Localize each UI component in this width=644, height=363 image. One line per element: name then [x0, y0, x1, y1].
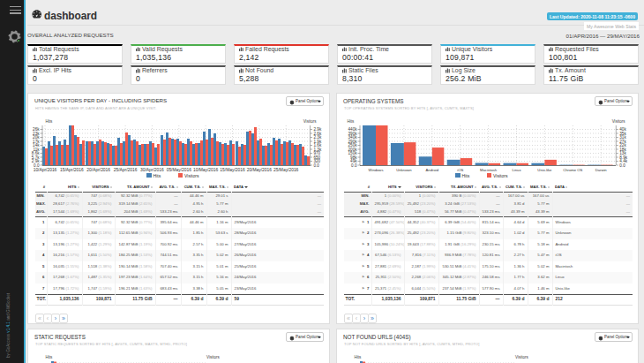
svg-text:Chrome OS: Chrome OS [563, 167, 582, 171]
svg-text:Hits: Hits [46, 118, 54, 123]
svg-text:Visitors: Visitors [612, 118, 626, 123]
svg-text:25/Apr/2016: 25/Apr/2016 [114, 167, 138, 171]
svg-text:Visitors: Visitors [303, 118, 318, 123]
svg-text:Macintosh: Macintosh [480, 167, 498, 171]
svg-text:30/Apr/2016: 30/Apr/2016 [140, 167, 164, 171]
svg-text:25/May/2016: 25/May/2016 [273, 167, 299, 171]
svg-text:15/May/2016: 15/May/2016 [220, 167, 245, 171]
svg-text:0.0: 0.0 [314, 163, 320, 167]
svg-text:Linux: Linux [512, 167, 521, 171]
svg-text:10/Apr/2016: 10/Apr/2016 [34, 167, 57, 171]
svg-text:iOS: iOS [457, 167, 463, 171]
svg-text:10/May/2016: 10/May/2016 [193, 167, 219, 171]
svg-text:20/Apr/2016: 20/Apr/2016 [86, 167, 110, 171]
svg-text:20/May/2016: 20/May/2016 [247, 167, 273, 171]
svg-text:Unix-like: Unix-like [537, 167, 552, 171]
svg-text:05/May/2016: 05/May/2016 [167, 167, 192, 171]
svg-text:Darwin: Darwin [595, 167, 608, 171]
svg-text:Hits: Hits [348, 118, 356, 123]
svg-text:0.0: 0.0 [351, 163, 357, 167]
svg-text:0.0: 0.0 [619, 163, 625, 167]
svg-text:Windows: Windows [369, 167, 384, 171]
svg-text:Unknown: Unknown [396, 167, 412, 171]
svg-text:Android: Android [426, 167, 439, 171]
svg-text:15/Apr/2016: 15/Apr/2016 [60, 167, 84, 171]
